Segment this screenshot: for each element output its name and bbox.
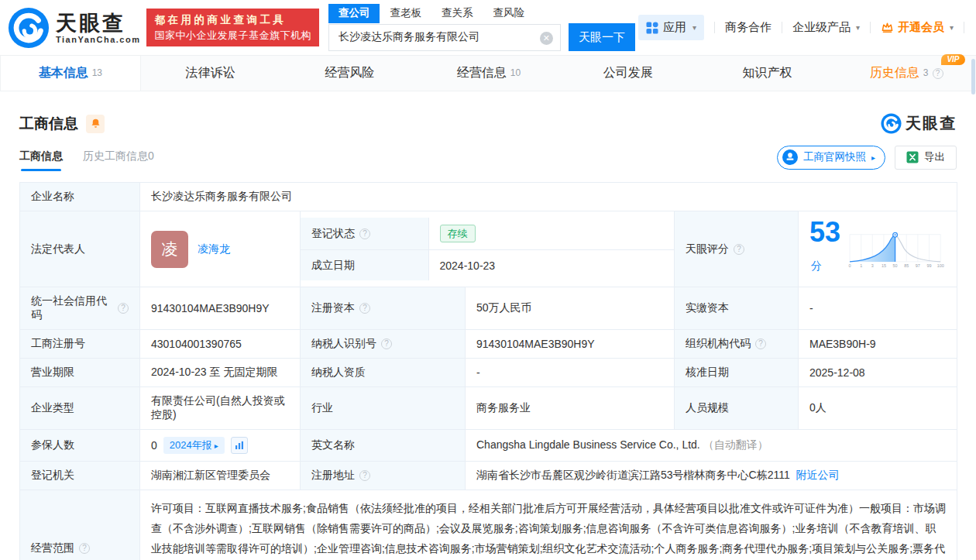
search-tab-boss[interactable]: 查老板 [380, 4, 431, 23]
field-label-cell: 营业期限 [20, 359, 140, 387]
field-label-cell: 法定代表人 [20, 211, 140, 287]
svg-text:100: 100 [937, 263, 944, 268]
menu-business-cooperation[interactable]: 商务合作 [725, 20, 772, 35]
table-row: 工商注册号 430104001390765 纳税人识别号? 91430104MA… [20, 330, 957, 359]
avatar[interactable]: 凌 [151, 231, 188, 268]
company-name-value: 长沙凌达乐商务服务有限公司 [140, 183, 957, 211]
chevron-down-icon: ▾ [692, 23, 696, 32]
nearby-companies-link[interactable]: 附近公司 [796, 469, 840, 481]
auto-translate-note: （自动翻译） [703, 438, 768, 451]
tab-history-info[interactable]: 历史信息 3 ? VIP [837, 56, 976, 91]
official-snapshot-button[interactable]: 工商官网快照 ▸ [777, 146, 885, 170]
clear-search-icon[interactable]: ✕ [540, 32, 553, 45]
annual-report-badge[interactable]: 2024年报 ▸ [163, 437, 225, 454]
search-block: 查公司 查老板 查关系 查风险 ✕ 天眼一下 [328, 4, 638, 51]
legal-rep-cell: 凌 凌海龙 [140, 211, 301, 287]
bell-icon [90, 118, 101, 129]
business-info-table: 企业名称 长沙凌达乐商务服务有限公司 法定代表人 凌 凌海龙 登记状态? [19, 182, 957, 560]
help-icon[interactable]: ? [755, 338, 766, 349]
field-value-cell: 2025-12-08 [799, 359, 957, 387]
field-value-cell: 430104001390765 [140, 330, 301, 359]
apps-menu-button[interactable]: 应用 ▾ [638, 15, 704, 40]
bar-chart-icon [235, 441, 244, 450]
promo-line2: 国家中小企业发展子基金旗下机构 [154, 28, 311, 43]
tab-intellectual-property[interactable]: 知识产权 [698, 56, 837, 91]
table-row: 参保人数 0 2024年报 ▸ [20, 430, 957, 462]
reg-status-value: 存续 [428, 218, 674, 250]
field-label-cell: 人员规模 [675, 387, 799, 430]
field-label-cell: 企业类型 [20, 387, 140, 430]
scrollbar-thumb[interactable] [971, 59, 975, 94]
table-row: 企业名称 长沙凌达乐商务服务有限公司 [20, 183, 957, 211]
field-value-cell: MAE3B90H-9 [799, 330, 957, 359]
search-tab-company[interactable]: 查公司 [328, 4, 380, 23]
table-row: 登记机关 湖南湘江新区管理委员会 注册地址? 湖南省长沙市岳麓区观沙岭街道滨江路… [20, 462, 957, 490]
tianyancha-logo[interactable]: 天眼查 TianYanCha.com [8, 7, 140, 49]
tab-basic-info[interactable]: 基本信息13 [0, 56, 141, 91]
field-value-cell: 91430104MAE3B90H9Y [466, 330, 675, 359]
score-cell: 53分 [799, 211, 957, 287]
help-icon[interactable]: ? [118, 303, 129, 314]
tab-legal-proceedings[interactable]: 法律诉讼 [141, 56, 280, 91]
field-value-cell: 有限责任公司(自然人投资或控股) [140, 387, 301, 430]
help-icon[interactable]: ? [79, 543, 90, 554]
chevron-down-icon: ▾ [950, 23, 954, 32]
subtab-business-info[interactable]: 工商信息 [19, 149, 63, 171]
divider [870, 22, 871, 33]
tab-operating-risk[interactable]: 经营风险 [280, 56, 419, 91]
field-label-cell: 登记机关 [20, 462, 140, 490]
help-icon[interactable]: ? [359, 303, 370, 314]
promo-banner: 都在用的商业查询工具 国家中小企业发展子基金旗下机构 [146, 9, 319, 46]
help-icon[interactable]: ? [359, 228, 370, 239]
monitor-bell-button[interactable] [86, 115, 105, 133]
field-value-cell: 湖南湘江新区管理委员会 [140, 462, 301, 490]
svg-text:1: 1 [860, 263, 862, 268]
score-distribution-chart: 0 1 3 15 50 85 97 99 100 [846, 225, 944, 273]
help-icon[interactable]: ? [734, 244, 744, 255]
brand-watermark: 天眼查 [881, 113, 957, 134]
search-button[interactable]: 天眼一下 [569, 23, 635, 51]
trend-chart-button[interactable] [231, 437, 248, 454]
field-value-cell: 0人 [799, 387, 957, 430]
field-label-cell: 企业名称 [20, 183, 140, 211]
table-row: 营业期限 2024-10-23 至 无固定期限 纳税人资质 - 核准日期 202… [20, 359, 957, 387]
company-profile-tabs: 基本信息13 法律诉讼 经营风险 经营信息10 公司发展 知识产权 历史信息 3… [0, 56, 976, 91]
help-icon[interactable]: ? [381, 338, 392, 349]
tab-operating-info[interactable]: 经营信息10 [419, 56, 558, 91]
tab-company-development[interactable]: 公司发展 [558, 56, 698, 91]
search-tab-relation[interactable]: 查关系 [431, 4, 483, 23]
svg-text:85: 85 [904, 263, 909, 268]
table-row: 企业类型 有限责任公司(自然人投资或控股) 行业 商务服务业 人员规模 0人 [20, 387, 957, 430]
subtab-history-business-info[interactable]: 历史工商信息0 [83, 149, 154, 171]
establish-date-value: 2024-10-23 [428, 250, 674, 280]
tianyancha-logo-icon [8, 7, 50, 49]
field-label-cell: 注册地址? [301, 462, 466, 490]
field-value-cell: - [799, 287, 957, 330]
crown-icon [881, 21, 894, 34]
status-date-nested-table: 登记状态? 存续 成立日期 2024-10-23 [301, 211, 675, 287]
logo-title: 天眼查 [56, 12, 140, 35]
divider [782, 22, 782, 33]
vip-badge: VIP [941, 54, 964, 65]
search-tabs: 查公司 查老板 查关系 查风险 [328, 4, 638, 23]
help-icon[interactable]: ? [933, 68, 943, 79]
search-tab-risk[interactable]: 查风险 [483, 4, 534, 23]
menu-enterprise-products[interactable]: 企业级产品 ▾ [792, 20, 860, 35]
field-label-cell: 天眼评分? [675, 211, 799, 287]
field-label-cell: 注册资本? [301, 287, 466, 330]
menu-open-vip[interactable]: 开通会员 ▾ [881, 20, 954, 35]
help-icon[interactable]: ? [359, 470, 370, 481]
field-label-cell: 纳税人资质 [301, 359, 466, 387]
address-value: 湖南省长沙市岳麓区观沙岭街道滨江路53号楷林商务中心C栋2111 附近公司 [466, 462, 957, 490]
field-value-cell: - [466, 359, 675, 387]
section-title: 工商信息 [19, 114, 78, 134]
header-menu: 应用 ▾ 商务合作 企业级产品 ▾ 开通会员 ▾ 超级风. [638, 15, 976, 40]
search-input[interactable] [329, 25, 560, 50]
legal-rep-link[interactable]: 凌海龙 [198, 242, 230, 256]
chevron-right-icon: ▸ [871, 153, 875, 162]
table-row: 统一社会信用代码? 91430104MAE3B90H9Y 注册资本? 50万人民… [20, 287, 957, 330]
field-label-cell: 经营范围? [20, 490, 140, 560]
field-label-cell: 组织机构代码? [675, 330, 799, 359]
field-label-cell: 核准日期 [675, 359, 799, 387]
export-button[interactable]: 导出 [895, 146, 957, 170]
